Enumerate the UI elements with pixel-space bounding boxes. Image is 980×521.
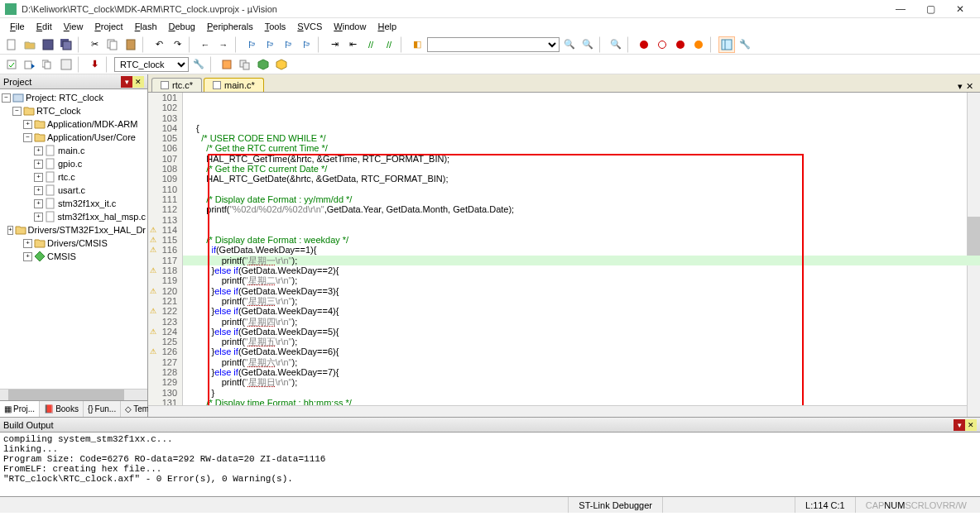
debug-icon[interactable]: 🔍 [608,36,624,53]
tree-group-3[interactable]: +Drivers/CMSIS [2,237,146,250]
proj-tab-2[interactable]: {} Fun... [84,401,121,417]
tree-toggle-icon[interactable]: + [23,239,32,248]
tree-toggle-icon[interactable]: + [34,173,43,182]
find-in-files-icon[interactable]: 🔍 [561,36,578,53]
incremental-find-icon[interactable]: 🔍 [579,36,596,53]
open-file-icon[interactable] [22,36,38,53]
editor-tab-rtcc[interactable]: rtc.c* [151,78,202,92]
tree-group-0[interactable]: +Application/MDK-ARM [2,117,146,131]
maximize-button[interactable]: ▢ [915,1,945,17]
pack-installer-icon[interactable] [255,56,271,73]
bookmark-next-icon[interactable]: 🏳 [280,36,296,53]
project-tree[interactable]: −Project: RTC_clock−RTC_clock+Applicatio… [0,89,147,389]
comment-icon[interactable]: // [363,36,379,53]
breakpoint-enable-icon[interactable] [690,36,707,53]
download-icon[interactable]: ⬇ [86,56,103,73]
folder-icon [12,92,24,103]
save-all-icon[interactable] [58,36,74,53]
configure-icon[interactable]: 🔧 [737,36,753,53]
tree-toggle-icon[interactable]: + [34,199,43,208]
tree-group-1[interactable]: −Application/User/Core [2,131,146,144]
proj-tab-0[interactable]: ▦ Proj... [0,401,40,417]
editor-hscroll[interactable] [148,405,967,417]
tree-toggle-icon[interactable]: + [34,213,43,222]
menu-edit[interactable]: Edit [31,20,57,33]
menu-window[interactable]: Window [329,20,371,33]
find-icon[interactable]: ◧ [409,36,425,53]
nav-fwd-icon[interactable]: → [215,36,232,53]
save-icon[interactable] [40,36,56,53]
tree-group-2[interactable]: +Drivers/STM32F1xx_HAL_Dr [2,223,146,237]
redo-icon[interactable]: ↷ [169,36,185,53]
menu-view[interactable]: View [59,20,89,33]
tree-file-stm32f1xx_it-c[interactable]: +stm32f1xx_it.c [2,197,146,210]
target-combo[interactable]: RTC_clock [114,57,189,72]
bookmark-clear-icon[interactable]: 🏳 [298,36,315,53]
uncomment-icon[interactable]: // [381,36,397,53]
window-layout-icon[interactable] [718,36,735,53]
close-button[interactable]: ✕ [945,1,975,17]
menu-peripherals[interactable]: Peripherals [202,20,258,33]
project-hscroll[interactable] [0,389,147,400]
tab-dropdown-icon[interactable]: ▾ [958,81,963,92]
paste-icon[interactable] [122,36,139,53]
manage-icon[interactable] [219,56,235,73]
code-editor[interactable]: 1011021031041051061071081091101111121131… [148,93,980,417]
breakpoint-icon[interactable] [636,36,652,53]
tree-toggle-icon[interactable]: + [34,160,43,169]
panel-close-icon[interactable]: ✕ [132,76,144,88]
find-combo[interactable] [427,37,560,52]
build-icon[interactable] [22,56,38,73]
indent-icon[interactable]: ⇥ [326,36,343,53]
tree-toggle-icon[interactable]: + [34,186,43,195]
tree-toggle-icon[interactable]: − [23,133,32,142]
tree-file-main-c[interactable]: +main.c [2,144,146,157]
tree-file-gpio-c[interactable]: +gpio.c [2,157,146,170]
pin-icon[interactable]: ▾ [954,419,965,431]
menu-debug[interactable]: Debug [164,20,200,33]
tree-toggle-icon[interactable]: − [2,93,11,103]
outdent-icon[interactable]: ⇤ [344,36,361,53]
tree-toggle-icon[interactable]: + [7,226,13,235]
tree-toggle-icon[interactable]: − [12,107,22,116]
breakpoint-kill-icon[interactable] [672,36,689,53]
minimize-button[interactable]: — [886,1,915,17]
code-content[interactable]: { /* USER CODE END WHILE */ /* Get the R… [183,93,967,417]
nav-back-icon[interactable]: ← [197,36,214,53]
translate-icon[interactable] [3,56,20,73]
pin-icon[interactable]: ▾ [121,76,132,88]
tree-target[interactable]: −RTC_clock [2,104,146,117]
tab-icon: 📕 [44,404,54,413]
bookmark-icon[interactable]: 🏳 [243,36,260,53]
copy-icon[interactable] [104,36,121,53]
proj-tab-1[interactable]: 📕 Books [40,401,84,417]
tab-close-icon[interactable]: ✕ [966,81,973,92]
build-output-text[interactable]: compiling system_stm32f1xx.c...linking..… [0,433,980,496]
panel-close-icon[interactable]: ✕ [965,419,977,431]
bookmark-prev-icon[interactable]: 🏳 [262,36,278,53]
tree-file-rtc-c[interactable]: +rtc.c [2,170,146,184]
menu-svcs[interactable]: SVCS [292,20,327,33]
tree-toggle-icon[interactable]: + [23,120,32,129]
tree-file-usart-c[interactable]: +usart.c [2,184,146,197]
menu-project[interactable]: Project [89,20,127,33]
target-options-icon[interactable]: 🔧 [190,56,207,73]
undo-icon[interactable]: ↶ [151,36,167,53]
menu-help[interactable]: Help [372,20,401,33]
new-file-icon[interactable] [3,36,20,53]
rebuild-icon[interactable] [40,56,56,73]
tree-group-4[interactable]: +CMSIS [2,250,146,263]
tree-toggle-icon[interactable]: + [23,252,32,261]
cut-icon[interactable]: ✂ [86,36,103,53]
tree-project[interactable]: −Project: RTC_clock [2,91,146,104]
menu-flash[interactable]: Flash [130,20,162,33]
file-ext-icon[interactable] [237,56,253,73]
breakpoint-disable-icon[interactable] [654,36,670,53]
rte-icon[interactable] [273,56,290,73]
batch-build-icon[interactable] [58,56,74,73]
menu-file[interactable]: File [5,20,30,33]
tree-file-stm32f1xx_hal_msp-c[interactable]: +stm32f1xx_hal_msp.c [2,210,146,223]
menu-tools[interactable]: Tools [260,20,291,33]
tree-toggle-icon[interactable]: + [34,146,43,155]
editor-tab-mainc[interactable]: main.c* [204,78,264,92]
